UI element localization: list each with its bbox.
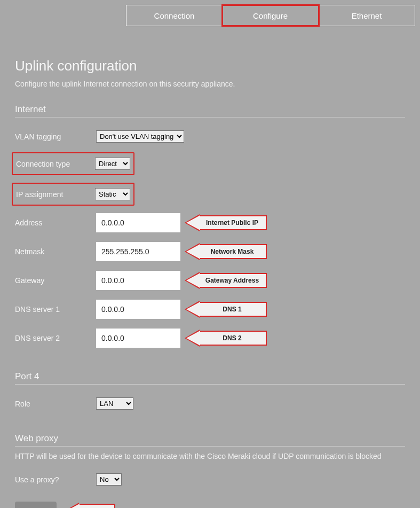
save-button[interactable]: Save: [15, 502, 57, 508]
dns2-callout-text: DNS 2: [199, 331, 267, 346]
arrow-left-icon: [186, 302, 200, 317]
dns2-label: DNS server 2: [15, 334, 96, 342]
netmask-input[interactable]: [96, 242, 180, 261]
ip-assignment-select[interactable]: Static: [95, 188, 130, 200]
row-dns1: DNS server 1 DNS 1: [15, 300, 405, 319]
tab-strip: Connection Configure Ethernet: [126, 5, 415, 26]
gateway-callout: Gateway Address: [186, 273, 267, 288]
role-label: Role: [15, 400, 96, 408]
save-callout-text: SAVE: [78, 504, 115, 509]
arrow-left-icon: [186, 215, 200, 230]
webproxy-desc: HTTP will be used for the device to comm…: [15, 452, 405, 460]
address-callout: Internet Public IP: [186, 215, 267, 230]
role-select[interactable]: LAN: [96, 397, 133, 410]
tab-configure[interactable]: Configure: [223, 5, 319, 26]
arrow-left-icon: [186, 244, 200, 259]
top-bar: Connection Configure Ethernet: [0, 0, 420, 31]
tab-ethernet[interactable]: Ethernet: [319, 5, 415, 26]
tab-connection[interactable]: Connection: [126, 5, 223, 26]
page-subtitle: Configure the uplink Internet connection…: [15, 80, 405, 88]
ip-assignment-highlight: IP assignment Static: [12, 183, 134, 206]
row-address: Address Internet Public IP: [15, 213, 405, 232]
ip-assignment-label: IP assignment: [16, 190, 95, 199]
dns1-label: DNS server 1: [15, 305, 96, 314]
row-role: Role LAN: [15, 397, 405, 410]
content: Uplink configuration Configure the uplin…: [0, 31, 420, 508]
save-row: Save SAVE: [15, 502, 405, 508]
row-ip-assignment: IP assignment Static: [15, 183, 405, 206]
row-gateway: Gateway Gateway Address: [15, 271, 405, 290]
dns2-callout: DNS 2: [186, 331, 267, 346]
row-connection-type: Connection type Direct: [15, 152, 405, 175]
dns2-input[interactable]: [96, 329, 180, 348]
connection-type-highlight: Connection type Direct: [12, 152, 134, 175]
connection-type-select[interactable]: Direct: [95, 158, 130, 170]
row-useproxy: Use a proxy? No: [15, 473, 405, 486]
section-webproxy: Web proxy: [15, 433, 405, 447]
dns1-callout: DNS 1: [186, 302, 267, 317]
row-vlan: VLAN tagging Don't use VLAN tagging: [15, 130, 405, 143]
arrow-left-icon: [186, 273, 200, 288]
save-callout: SAVE: [65, 504, 115, 509]
arrow-left-icon: [65, 504, 79, 509]
netmask-callout-text: Network Mask: [199, 244, 267, 259]
useproxy-label: Use a proxy?: [15, 475, 96, 484]
vlan-select[interactable]: Don't use VLAN tagging: [96, 130, 184, 143]
gateway-label: Gateway: [15, 276, 96, 285]
row-dns2: DNS server 2 DNS 2: [15, 329, 405, 348]
address-callout-text: Internet Public IP: [199, 215, 267, 230]
section-port4: Port 4: [15, 371, 405, 385]
page-title: Uplink configuration: [15, 58, 405, 74]
section-internet: Internet: [15, 104, 405, 118]
row-netmask: Netmask Network Mask: [15, 242, 405, 261]
address-input[interactable]: [96, 213, 180, 232]
gateway-callout-text: Gateway Address: [199, 273, 267, 288]
address-label: Address: [15, 218, 96, 227]
connection-type-label: Connection type: [16, 160, 95, 168]
vlan-label: VLAN tagging: [15, 132, 96, 141]
netmask-callout: Network Mask: [186, 244, 267, 259]
arrow-left-icon: [186, 331, 200, 346]
dns1-input[interactable]: [96, 300, 180, 319]
dns1-callout-text: DNS 1: [199, 302, 267, 317]
useproxy-select[interactable]: No: [96, 473, 122, 486]
netmask-label: Netmask: [15, 247, 96, 256]
gateway-input[interactable]: [96, 271, 180, 290]
